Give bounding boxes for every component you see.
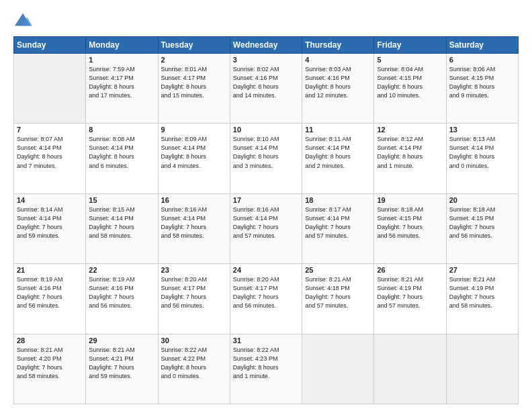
day-cell: 18Sunrise: 8:17 AM Sunset: 4:14 PM Dayli… bbox=[302, 193, 374, 263]
day-info: Sunrise: 8:21 AM Sunset: 4:19 PM Dayligh… bbox=[377, 275, 443, 310]
day-cell: 4Sunrise: 8:03 AM Sunset: 4:16 PM Daylig… bbox=[302, 54, 374, 124]
day-cell: 21Sunrise: 8:19 AM Sunset: 4:16 PM Dayli… bbox=[14, 264, 86, 334]
day-info: Sunrise: 8:14 AM Sunset: 4:14 PM Dayligh… bbox=[17, 205, 83, 240]
day-number: 28 bbox=[17, 336, 83, 345]
day-info: Sunrise: 8:19 AM Sunset: 4:16 PM Dayligh… bbox=[89, 275, 154, 310]
day-info: Sunrise: 8:11 AM Sunset: 4:14 PM Dayligh… bbox=[305, 135, 371, 170]
day-info: Sunrise: 8:21 AM Sunset: 4:18 PM Dayligh… bbox=[305, 275, 371, 310]
day-cell: 9Sunrise: 8:09 AM Sunset: 4:14 PM Daylig… bbox=[158, 124, 230, 193]
day-cell bbox=[374, 334, 446, 404]
day-info: Sunrise: 8:16 AM Sunset: 4:14 PM Dayligh… bbox=[161, 205, 227, 240]
logo-icon bbox=[13, 12, 32, 31]
day-number: 25 bbox=[305, 266, 371, 274]
day-info: Sunrise: 8:01 AM Sunset: 4:17 PM Dayligh… bbox=[161, 65, 227, 100]
day-cell: 14Sunrise: 8:14 AM Sunset: 4:14 PM Dayli… bbox=[14, 193, 86, 263]
day-info: Sunrise: 8:04 AM Sunset: 4:15 PM Dayligh… bbox=[377, 65, 443, 100]
day-number: 4 bbox=[305, 56, 371, 64]
day-number: 24 bbox=[233, 266, 299, 274]
column-header-wednesday: Wednesday bbox=[230, 37, 302, 54]
day-number: 20 bbox=[449, 196, 515, 204]
day-info: Sunrise: 8:02 AM Sunset: 4:16 PM Dayligh… bbox=[233, 65, 299, 100]
day-number: 17 bbox=[233, 196, 299, 204]
day-cell: 30Sunrise: 8:22 AM Sunset: 4:22 PM Dayli… bbox=[158, 334, 230, 404]
day-cell: 26Sunrise: 8:21 AM Sunset: 4:19 PM Dayli… bbox=[374, 264, 446, 334]
week-row-4: 21Sunrise: 8:19 AM Sunset: 4:16 PM Dayli… bbox=[14, 264, 519, 334]
day-cell: 15Sunrise: 8:15 AM Sunset: 4:14 PM Dayli… bbox=[86, 193, 158, 263]
day-number: 11 bbox=[305, 126, 371, 134]
day-cell bbox=[446, 334, 518, 404]
day-cell: 20Sunrise: 8:18 AM Sunset: 4:15 PM Dayli… bbox=[446, 193, 518, 263]
column-header-thursday: Thursday bbox=[302, 37, 374, 54]
day-number: 8 bbox=[89, 126, 154, 134]
day-info: Sunrise: 8:06 AM Sunset: 4:15 PM Dayligh… bbox=[449, 65, 515, 100]
day-info: Sunrise: 8:13 AM Sunset: 4:14 PM Dayligh… bbox=[449, 135, 515, 170]
column-header-saturday: Saturday bbox=[446, 37, 518, 54]
day-cell: 16Sunrise: 8:16 AM Sunset: 4:14 PM Dayli… bbox=[158, 193, 230, 263]
day-number: 7 bbox=[17, 126, 83, 134]
day-cell: 13Sunrise: 8:13 AM Sunset: 4:14 PM Dayli… bbox=[446, 124, 518, 193]
day-info: Sunrise: 8:10 AM Sunset: 4:14 PM Dayligh… bbox=[233, 135, 299, 170]
day-number: 31 bbox=[233, 336, 299, 345]
day-cell: 28Sunrise: 8:21 AM Sunset: 4:20 PM Dayli… bbox=[14, 334, 86, 404]
day-number: 22 bbox=[89, 266, 154, 274]
day-number: 29 bbox=[89, 336, 154, 345]
day-cell: 11Sunrise: 8:11 AM Sunset: 4:14 PM Dayli… bbox=[302, 124, 374, 193]
column-header-sunday: Sunday bbox=[14, 37, 86, 54]
day-info: Sunrise: 8:19 AM Sunset: 4:16 PM Dayligh… bbox=[17, 275, 83, 310]
column-header-monday: Monday bbox=[86, 37, 158, 54]
day-cell: 2Sunrise: 8:01 AM Sunset: 4:17 PM Daylig… bbox=[158, 54, 230, 124]
day-cell: 5Sunrise: 8:04 AM Sunset: 4:15 PM Daylig… bbox=[374, 54, 446, 124]
day-cell: 27Sunrise: 8:21 AM Sunset: 4:19 PM Dayli… bbox=[446, 264, 518, 334]
day-number: 26 bbox=[377, 266, 443, 274]
calendar-header-row: SundayMondayTuesdayWednesdayThursdayFrid… bbox=[14, 37, 519, 54]
day-cell: 25Sunrise: 8:21 AM Sunset: 4:18 PM Dayli… bbox=[302, 264, 374, 334]
day-info: Sunrise: 8:21 AM Sunset: 4:19 PM Dayligh… bbox=[449, 275, 515, 310]
day-number: 15 bbox=[89, 196, 154, 204]
column-header-tuesday: Tuesday bbox=[158, 37, 230, 54]
day-number: 14 bbox=[17, 196, 83, 204]
day-number: 10 bbox=[233, 126, 299, 134]
day-cell: 1Sunrise: 7:59 AM Sunset: 4:17 PM Daylig… bbox=[86, 54, 158, 124]
day-info: Sunrise: 8:03 AM Sunset: 4:16 PM Dayligh… bbox=[305, 65, 371, 100]
day-cell: 23Sunrise: 8:20 AM Sunset: 4:17 PM Dayli… bbox=[158, 264, 230, 334]
day-cell bbox=[302, 334, 374, 404]
day-number: 19 bbox=[377, 196, 443, 204]
page: SundayMondayTuesdayWednesdayThursdayFrid… bbox=[0, 0, 532, 411]
day-info: Sunrise: 8:09 AM Sunset: 4:14 PM Dayligh… bbox=[161, 135, 227, 170]
day-number: 3 bbox=[233, 56, 299, 64]
day-info: Sunrise: 7:59 AM Sunset: 4:17 PM Dayligh… bbox=[89, 65, 154, 100]
week-row-5: 28Sunrise: 8:21 AM Sunset: 4:20 PM Dayli… bbox=[14, 334, 519, 404]
day-info: Sunrise: 8:21 AM Sunset: 4:21 PM Dayligh… bbox=[89, 346, 154, 381]
day-info: Sunrise: 8:22 AM Sunset: 4:22 PM Dayligh… bbox=[161, 346, 227, 381]
day-cell: 8Sunrise: 8:08 AM Sunset: 4:14 PM Daylig… bbox=[86, 124, 158, 193]
day-info: Sunrise: 8:21 AM Sunset: 4:20 PM Dayligh… bbox=[17, 346, 83, 381]
day-info: Sunrise: 8:07 AM Sunset: 4:14 PM Dayligh… bbox=[17, 135, 83, 170]
day-info: Sunrise: 8:18 AM Sunset: 4:15 PM Dayligh… bbox=[449, 205, 515, 240]
day-info: Sunrise: 8:16 AM Sunset: 4:14 PM Dayligh… bbox=[233, 205, 299, 240]
day-info: Sunrise: 8:08 AM Sunset: 4:14 PM Dayligh… bbox=[89, 135, 154, 170]
day-cell: 7Sunrise: 8:07 AM Sunset: 4:14 PM Daylig… bbox=[14, 124, 86, 193]
calendar-table: SundayMondayTuesdayWednesdayThursdayFrid… bbox=[13, 36, 519, 404]
column-header-friday: Friday bbox=[374, 37, 446, 54]
day-number: 23 bbox=[161, 266, 227, 274]
day-number: 27 bbox=[449, 266, 515, 274]
header bbox=[13, 12, 519, 31]
day-info: Sunrise: 8:15 AM Sunset: 4:14 PM Dayligh… bbox=[89, 205, 154, 240]
day-number: 12 bbox=[377, 126, 443, 134]
day-info: Sunrise: 8:18 AM Sunset: 4:15 PM Dayligh… bbox=[377, 205, 443, 240]
day-number: 18 bbox=[305, 196, 371, 204]
day-number: 16 bbox=[161, 196, 227, 204]
day-number: 5 bbox=[377, 56, 443, 64]
day-info: Sunrise: 8:20 AM Sunset: 4:17 PM Dayligh… bbox=[161, 275, 227, 310]
logo bbox=[13, 12, 35, 31]
day-number: 2 bbox=[161, 56, 227, 64]
day-number: 1 bbox=[89, 56, 154, 64]
day-cell: 12Sunrise: 8:12 AM Sunset: 4:14 PM Dayli… bbox=[374, 124, 446, 193]
day-cell: 22Sunrise: 8:19 AM Sunset: 4:16 PM Dayli… bbox=[86, 264, 158, 334]
day-number: 13 bbox=[449, 126, 515, 134]
week-row-3: 14Sunrise: 8:14 AM Sunset: 4:14 PM Dayli… bbox=[14, 193, 519, 263]
day-cell: 6Sunrise: 8:06 AM Sunset: 4:15 PM Daylig… bbox=[446, 54, 518, 124]
day-number: 21 bbox=[17, 266, 83, 274]
day-cell: 3Sunrise: 8:02 AM Sunset: 4:16 PM Daylig… bbox=[230, 54, 302, 124]
day-info: Sunrise: 8:12 AM Sunset: 4:14 PM Dayligh… bbox=[377, 135, 443, 170]
